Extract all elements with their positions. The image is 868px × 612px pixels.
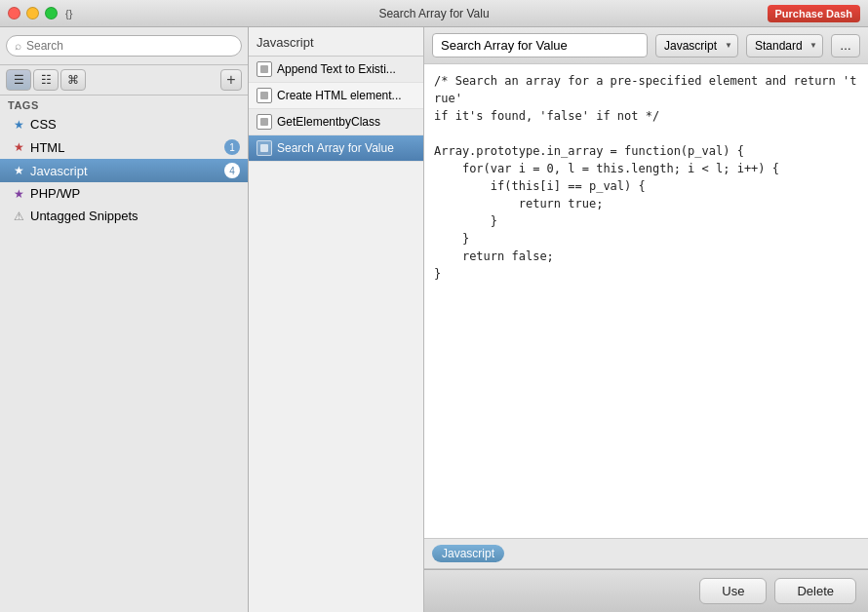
middle-item-active[interactable]: Search Array for Value — [249, 135, 423, 162]
tag-icon: ★ — [12, 140, 25, 154]
middle-item[interactable]: GetElementbyClass — [249, 109, 423, 135]
search-input[interactable] — [26, 39, 233, 53]
purchase-button[interactable]: Purchase Dash — [768, 5, 860, 22]
warning-icon: ⚠ — [12, 210, 25, 223]
middle-item-label: GetElementbyClass — [277, 115, 415, 129]
tag-view-button[interactable]: ⌘ — [60, 69, 86, 91]
tag-chip[interactable]: Javascript — [432, 545, 504, 562]
tags-bar: Javascript — [424, 539, 868, 569]
sidebar-item-css[interactable]: ★ CSS — [0, 113, 248, 135]
code-editor[interactable]: /* Search an array for a pre-specified e… — [424, 64, 868, 539]
grid-view-button[interactable]: ☷ — [33, 69, 59, 91]
middle-item-label: Create HTML element... — [277, 89, 415, 102]
badge-count: 4 — [224, 163, 240, 178]
badge-count: 1 — [224, 139, 240, 155]
language-select[interactable]: Javascript CSS HTML PHP — [655, 34, 738, 57]
list-view-button[interactable]: ☰ — [6, 69, 31, 91]
close-button[interactable] — [8, 7, 20, 19]
search-wrapper: ⌕ — [6, 35, 242, 57]
snippet-icon — [256, 88, 272, 103]
titlebar: {}︎ Search Array for Valu + Purchase Das… — [0, 0, 868, 27]
middle-header: Javascript — [249, 27, 423, 57]
scope-select[interactable]: Standard Global Local — [746, 34, 823, 57]
use-button[interactable]: Use — [699, 578, 767, 604]
sidebar-item-html[interactable]: ★ HTML 1 — [0, 135, 248, 159]
sidebar: ⌕ ☰ ☷ ⌘ + TAGS ★ CSS ★ HTML 1 — [0, 27, 249, 612]
middle-item[interactable]: Append Text to Existi... — [249, 57, 423, 83]
add-snippet-button[interactable]: + — [220, 69, 242, 91]
minimize-button[interactable] — [26, 7, 39, 19]
search-icon: ⌕ — [15, 39, 21, 53]
sidebar-item-label: Untagged Snippets — [30, 209, 240, 223]
sidebar-items-list: ★ CSS ★ HTML 1 ★ Javascript 4 ★ — [0, 113, 248, 612]
code-content: /* Search an array for a pre-specified e… — [434, 72, 858, 283]
right-toolbar: Javascript CSS HTML PHP Standard Global … — [424, 27, 868, 64]
sidebar-item-label: HTML — [30, 140, 219, 155]
sidebar-toolbar: ☰ ☷ ⌘ + — [0, 65, 248, 96]
sidebar-item-phpwp[interactable]: ★ PHP/WP — [0, 182, 248, 205]
snippet-icon — [256, 114, 272, 130]
scope-select-wrapper: Standard Global Local — [746, 34, 823, 57]
middle-item[interactable]: Create HTML element... — [249, 83, 423, 109]
snippet-title-input[interactable] — [432, 33, 648, 57]
snippet-icon — [256, 61, 272, 77]
middle-item-label: Append Text to Existi... — [277, 62, 415, 76]
snippet-icon — [256, 140, 272, 156]
window-controls — [8, 7, 58, 19]
middle-items-list: Append Text to Existi... Create HTML ele… — [249, 57, 423, 612]
middle-panel: Javascript Append Text to Existi... Crea… — [249, 27, 424, 612]
scope-extra-button[interactable]: … — [831, 34, 860, 57]
sidebar-item-untagged[interactable]: ⚠ Untagged Snippets — [0, 205, 248, 227]
middle-tag-label: Javascript — [256, 35, 314, 50]
main-container: ⌕ ☰ ☷ ⌘ + TAGS ★ CSS ★ HTML 1 — [0, 27, 868, 612]
maximize-button[interactable] — [45, 7, 58, 19]
sidebar-item-label: CSS — [30, 117, 240, 132]
search-bar: ⌕ — [0, 27, 248, 65]
tag-icon: ★ — [12, 164, 25, 177]
window-title: Search Array for Valu — [378, 7, 489, 20]
delete-button[interactable]: Delete — [774, 578, 856, 604]
bottom-bar: Use Delete — [424, 569, 868, 612]
sidebar-item-label: Javascript — [30, 164, 219, 178]
app-icon: {}︎ — [65, 8, 72, 19]
tags-section-label: TAGS — [0, 96, 248, 113]
tag-icon: ★ — [12, 118, 25, 132]
tag-icon: ★ — [12, 187, 25, 201]
sidebar-item-label: PHP/WP — [30, 186, 240, 201]
middle-item-label: Search Array for Value — [277, 141, 415, 155]
right-panel: Javascript CSS HTML PHP Standard Global … — [424, 27, 868, 612]
sidebar-item-javascript[interactable]: ★ Javascript 4 — [0, 159, 248, 182]
language-select-wrapper: Javascript CSS HTML PHP — [655, 34, 738, 57]
